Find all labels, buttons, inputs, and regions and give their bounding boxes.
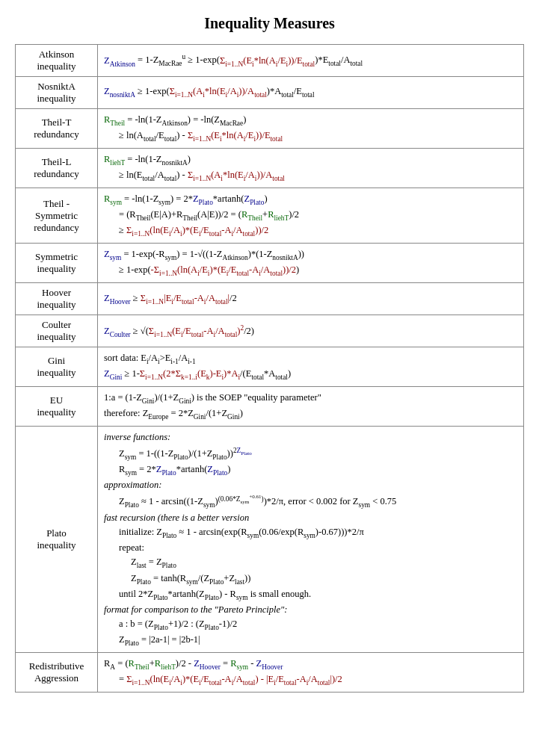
table-row: Giniinequality sort data: Ei/Ai>Ei-1/Ai-… (16, 347, 524, 387)
label-eu: EUinequality (16, 387, 98, 427)
inequality-table: Atkinsoninequality ZAtkinson = 1-ZMacRae… (15, 44, 524, 693)
label-atkinson: Atkinsoninequality (16, 45, 98, 77)
label-theilT: Theil-Tredundancy (16, 109, 98, 149)
label-nosniktA: NosniktAinequality (16, 77, 98, 109)
label-theilL: Theil-Lredundancy (16, 149, 98, 188)
label-coulter: Coulterinequality (16, 315, 98, 347)
table-row: Theil-Tredundancy RTheil = -ln(1-ZAtkins… (16, 109, 524, 149)
formula-theilSym: Rsym = -ln(1-Zsym) = 2*ZPlato*artanh(ZPl… (98, 188, 524, 244)
label-plato: Platoinequality (16, 427, 98, 653)
table-row: Platoinequality inverse functions: Zsym … (16, 427, 524, 653)
table-row: Coulterinequality ZCoulter ≥ √(Σi=1..N(E… (16, 315, 524, 347)
formula-gini: sort data: Ei/Ai>Ei-1/Ai-1 ZGini ≥ 1-Σi=… (98, 347, 524, 387)
formula-theilT: RTheil = -ln(1-ZAtkinson) = -ln(ZMacRae)… (98, 109, 524, 149)
table-row: Atkinsoninequality ZAtkinson = 1-ZMacRae… (16, 45, 524, 77)
formula-redistributive: RA = (RTheil+RliehT)/2 - ZHoover = Rsym … (98, 653, 524, 693)
table-row: Symmetricinequality Zsym = 1-exp(-Rsym) … (16, 244, 524, 283)
table-row: NosniktAinequality ZnosniktA ≥ 1-exp(Σi=… (16, 77, 524, 109)
label-redistributive: RedistributiveAggression (16, 653, 98, 693)
formula-eu: 1:a = (1-ZGini)/(1+ZGini) is the SOEP "e… (98, 387, 524, 427)
page-title: Inequality Measures (15, 15, 524, 32)
label-hoover: Hooverinequality (16, 283, 98, 315)
label-theilSym: Theil -Symmetricredundancy (16, 188, 98, 244)
formula-hoover: ZHoover ≥ Σi=1..N|Ei/Etotal-Ai/Atotal|/2 (98, 283, 524, 315)
table-row: Hooverinequality ZHoover ≥ Σi=1..N|Ei/Et… (16, 283, 524, 315)
table-row: RedistributiveAggression RA = (RTheil+Rl… (16, 653, 524, 693)
table-row: Theil -Symmetricredundancy Rsym = -ln(1-… (16, 188, 524, 244)
table-row: EUinequality 1:a = (1-ZGini)/(1+ZGini) i… (16, 387, 524, 427)
formula-nosniktA: ZnosniktA ≥ 1-exp(Σi=1..N(Ai*ln(Ei/Ai))/… (98, 77, 524, 109)
formula-symmetric: Zsym = 1-exp(-Rsym) = 1-√((1-ZAtkinson)*… (98, 244, 524, 283)
formula-theilL: RliehT = -ln(1-ZnosniktA) ≥ ln(Etotal/At… (98, 149, 524, 188)
formula-coulter: ZCoulter ≥ √(Σi=1..N(Ei/Etotal-Ai/Atotal… (98, 315, 524, 347)
formula-plato: inverse functions: Zsym = 1-((1-ZPlato)/… (98, 427, 524, 653)
label-gini: Giniinequality (16, 347, 98, 387)
label-symmetric: Symmetricinequality (16, 244, 98, 283)
formula-atkinson: ZAtkinson = 1-ZMacRaeu ≥ 1-exp(Σi=1..N(E… (98, 45, 524, 77)
table-row: Theil-Lredundancy RliehT = -ln(1-Znosnik… (16, 149, 524, 188)
